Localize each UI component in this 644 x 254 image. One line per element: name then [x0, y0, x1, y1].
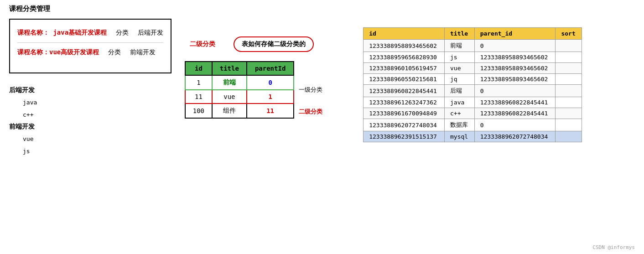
col-title: title — [212, 62, 247, 75]
page-title: 课程分类管理 — [9, 5, 171, 13]
db-cell-parent_id-0: 0 — [474, 40, 556, 52]
middle-section: 二级分类 表如何存储二级分类的 id title parentId 1 前端 0 — [181, 27, 327, 119]
table-row-2: 11 vue 1 — [185, 90, 294, 104]
tree-item-frontend: 前端开发 — [9, 122, 171, 132]
table-row-3: 100 组件 11 — [185, 104, 294, 118]
db-table-row: 1233388958893465602前端0 — [364, 40, 582, 52]
db-cell-id-5: 1233388961263247362 — [364, 97, 445, 108]
db-cell-title-6: c++ — [444, 108, 474, 119]
second-class-label: 二级分类 — [190, 40, 215, 48]
db-cell-parent_id-3: 1233388958893465602 — [474, 74, 556, 85]
tree-sub-js: js — [9, 146, 171, 156]
cell-parentid-1: 0 — [247, 75, 294, 90]
db-cell-id-8: 1233388962391515137 — [364, 131, 445, 142]
col-parentid: parentId — [247, 62, 294, 75]
storage-label-box: 表如何存储二级分类的 — [234, 36, 314, 52]
db-cell-sort-0 — [556, 40, 582, 52]
db-col-parent-id: parent_id — [474, 28, 556, 40]
db-cell-parent_id-1: 1233388958893465602 — [474, 52, 556, 63]
first-class-side-label: 一级分类 — [299, 86, 322, 94]
db-cell-id-3: 1233388960550215681 — [364, 74, 445, 85]
db-cell-title-7: 数据库 — [444, 119, 474, 131]
db-table-row: 1233388960822845441后端0 — [364, 85, 582, 97]
db-cell-parent_id-2: 1233388958893465602 — [474, 63, 556, 74]
db-cell-id-4: 1233388960822845441 — [364, 85, 445, 97]
second-class-side-label: 二级分类 — [299, 108, 322, 116]
db-cell-id-2: 1233388960105619457 — [364, 63, 445, 74]
db-cell-title-3: jq — [444, 74, 474, 85]
col-id: id — [185, 62, 212, 75]
course-category-prefix-2: 分类 — [108, 48, 121, 57]
db-cell-sort-2 — [556, 63, 582, 74]
db-col-title: title — [444, 28, 474, 40]
course-item-1: 课程名称： java基础开发课程 分类 后端开发 — [17, 25, 163, 41]
db-cell-title-1: js — [444, 52, 474, 63]
cell-id-2: 11 — [185, 90, 212, 104]
cell-title-2: vue — [212, 90, 247, 104]
db-cell-sort-3 — [556, 74, 582, 85]
db-cell-parent_id-6: 1233388960822845441 — [474, 108, 556, 119]
db-table-row: 1233388961670094849c++123338896082284544… — [364, 108, 582, 119]
db-table-row: 1233388962072748034数据库0 — [364, 119, 582, 131]
db-table-row: 1233388960550215681jq1233388958893465602 — [364, 74, 582, 85]
db-cell-parent_id-4: 0 — [474, 85, 556, 97]
db-cell-sort-1 — [556, 52, 582, 63]
tree-item-backend: 后端开发 — [9, 85, 171, 95]
course-label-2: 课程名称：vue高级开发课程 — [17, 48, 99, 57]
db-cell-id-6: 1233388961670094849 — [364, 108, 445, 119]
db-cell-sort-4 — [556, 85, 582, 97]
tree-sub-cpp: c++ — [9, 109, 171, 120]
table-row-1: 1 前端 0 — [185, 75, 294, 90]
course-label-1: 课程名称： java基础开发课程 — [17, 29, 107, 37]
watermark: CSDN @informys — [592, 244, 635, 250]
db-cell-parent_id-5: 1233388960822845441 — [474, 97, 556, 108]
tree-section: 后端开发 java c++ 前端开发 vue js — [9, 81, 171, 156]
cell-id-1: 1 — [185, 75, 212, 90]
cell-title-3: 组件 — [212, 104, 247, 118]
db-cell-title-2: vue — [444, 63, 474, 74]
cell-title-1: 前端 — [212, 75, 247, 90]
db-col-id: id — [364, 28, 445, 40]
course-category-1: 后端开发 — [138, 29, 163, 37]
db-cell-sort-8 — [556, 131, 582, 142]
db-cell-sort-7 — [556, 119, 582, 131]
db-cell-sort-6 — [556, 108, 582, 119]
tree-sub-vue: vue — [9, 134, 171, 144]
db-table-row: 1233388961263247362java12333889608228454… — [364, 97, 582, 108]
diagram-table: id title parentId 1 前端 0 11 vue 1 — [185, 61, 294, 119]
tree-sub-java: java — [9, 97, 171, 108]
cell-id-3: 100 — [185, 104, 212, 118]
db-cell-id-0: 1233388958893465602 — [364, 40, 445, 52]
db-cell-parent_id-7: 0 — [474, 119, 556, 131]
course-category-2: 前端开发 — [130, 48, 156, 57]
cell-parentid-3: 11 — [247, 104, 294, 118]
db-cell-parent_id-8: 1233388962072748034 — [474, 131, 556, 142]
db-cell-title-8: mysql — [444, 131, 474, 142]
cell-parentid-2: 1 — [247, 90, 294, 104]
course-item-2: 课程名称：vue高级开发课程 分类 前端开发 — [17, 45, 163, 60]
db-table-row: 1233388960105619457vue123338895889346560… — [364, 63, 582, 74]
db-cell-title-0: 前端 — [444, 40, 474, 52]
db-cell-id-1: 1233388959656828930 — [364, 52, 445, 63]
db-cell-id-7: 1233388962072748034 — [364, 119, 445, 131]
db-table: id title parent_id sort 1233388958893465… — [363, 27, 582, 142]
db-table-row: 1233388962391515137mysql1233388962072748… — [364, 131, 582, 142]
db-cell-sort-5 — [556, 97, 582, 108]
db-cell-title-4: 后端 — [444, 85, 474, 97]
db-table-row: 1233388959656828930js1233388958893465602 — [364, 52, 582, 63]
right-section: id title parent_id sort 1233388958893465… — [363, 27, 582, 142]
course-category-prefix-1: 分类 — [116, 29, 129, 37]
db-col-sort: sort — [556, 28, 582, 40]
db-cell-title-5: java — [444, 97, 474, 108]
course-box: 课程名称： java基础开发课程 分类 后端开发 课程名称：vue高级开发课程 … — [9, 19, 171, 73]
